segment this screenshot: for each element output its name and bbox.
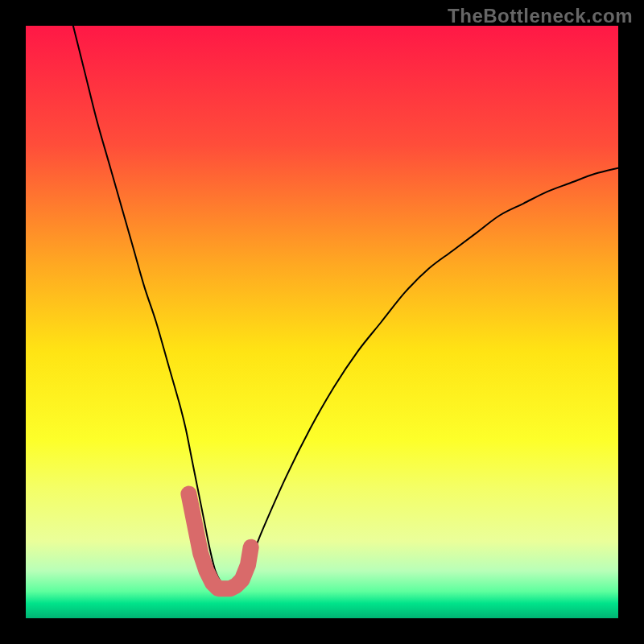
watermark-text: TheBottleneck.com	[448, 5, 633, 27]
chart-svg	[26, 26, 618, 618]
gradient-background	[26, 26, 618, 618]
chart-frame: TheBottleneck.com	[0, 0, 644, 644]
plot-area	[26, 26, 618, 618]
